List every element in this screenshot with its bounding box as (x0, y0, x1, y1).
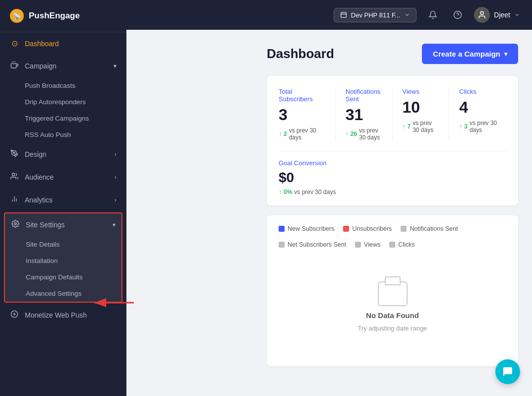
chart-area: No Data Found Try adjusting date range (279, 257, 506, 356)
sidebar-item-triggered-campaigns[interactable]: Triggered Campaigns (0, 110, 126, 127)
site-selector-chevron (404, 12, 410, 18)
views-label: Views (403, 88, 439, 95)
site-selector[interactable]: Dev PHP 811 F... (334, 8, 416, 22)
goal-conversion-change: ↑ 0% vs prev 30 days (279, 189, 336, 196)
stat-clicks: Clicks 4 ↑ 3 vs prev 30 days (449, 88, 506, 141)
sidebar-item-push-broadcasts[interactable]: Push Broadcasts (0, 77, 126, 94)
legend-label-notifications-sent: Notifications Sent (410, 225, 458, 232)
create-btn-chevron: ▾ (504, 51, 507, 58)
goal-row: Goal Conversion $0 ↑ 0% vs prev 30 days (279, 159, 506, 196)
legend-dot-net-subscribers-sent (279, 242, 285, 248)
user-chevron-icon (514, 12, 520, 18)
views-value: 10 (403, 98, 439, 117)
legend-label-new-subscribers: New Subscribers (288, 225, 334, 232)
sidebar-item-dashboard-label: Dashboard (25, 40, 59, 48)
legend-net-subscribers-sent: Net Subscribers Sent (279, 241, 346, 248)
notifications-sent-change-label: vs prev 30 days (359, 127, 382, 141)
goal-change-val: 0% (284, 189, 292, 196)
legend-label-views: Views (364, 241, 380, 248)
sidebar-item-analytics[interactable]: Analytics › (0, 189, 126, 211)
notifications-sent-value: 31 (346, 106, 382, 124)
legend-dot-new-subscribers (279, 226, 285, 232)
legend-dot-views (355, 242, 361, 248)
chat-bubble-icon (502, 366, 514, 378)
audience-chevron: › (115, 174, 117, 181)
views-change-label: vs prev 30 days (413, 120, 439, 133)
stats-grid: Total Subscribers 3 ↑ 2 vs prev 30 days … (279, 88, 506, 151)
sidebar: 📡 PushEngage ⊙ Dashboard Campaign ▾ Push… (0, 0, 126, 396)
sidebar-item-site-settings[interactable]: Site Settings ▾ (5, 213, 121, 236)
analytics-chevron: › (115, 197, 117, 203)
campaign-icon (10, 61, 19, 71)
monetize-icon (10, 310, 19, 320)
site-selector-label: Dev PHP 811 F... (351, 11, 400, 19)
stat-views: Views 10 ↑ 7 vs prev 30 days (393, 88, 450, 141)
clicks-change: ↑ 3 vs prev 30 days (459, 120, 506, 133)
chart-legend: New Subscribers Unsubscribers Notificati… (279, 225, 506, 248)
stat-total-subscribers: Total Subscribers 3 ↑ 2 vs prev 30 days (279, 88, 336, 141)
total-subscribers-change-val: 2 (284, 131, 287, 137)
no-data-text: No Data Found (366, 311, 419, 320)
legend-label-clicks: Clicks (398, 241, 414, 248)
legend-dot-notifications-sent (401, 226, 407, 232)
goal-change-label: vs prev 30 days (294, 189, 336, 196)
user-menu[interactable]: Djeet (474, 7, 520, 23)
sidebar-item-campaign-defaults[interactable]: Campaign Defaults (5, 269, 121, 285)
app-logo[interactable]: 📡 PushEngage (0, 0, 126, 32)
sidebar-item-drip-autoresponders[interactable]: Drip Autoresponders (0, 94, 126, 110)
help-btn[interactable] (449, 6, 466, 23)
total-subscribers-label: Total Subscribers (279, 88, 325, 103)
clicks-value: 4 (459, 98, 506, 117)
sidebar-item-audience[interactable]: Audience › (0, 166, 126, 189)
clicks-change-label: vs prev 30 days (470, 120, 506, 133)
chat-bubble-button[interactable] (495, 359, 520, 384)
notifications-sent-change: ↑ 26 vs prev 30 days (346, 127, 382, 141)
sidebar-item-rss-auto-push[interactable]: RSS Auto Push (0, 127, 126, 143)
legend-views: Views (355, 241, 380, 248)
views-arrow: ↑ (403, 123, 406, 130)
legend-new-subscribers: New Subscribers (279, 225, 334, 232)
sidebar-item-dashboard[interactable]: ⊙ Dashboard (0, 32, 126, 55)
goal-conversion-label: Goal Conversion (279, 159, 336, 167)
create-campaign-button[interactable]: Create a Campaign ▾ (422, 44, 518, 64)
notifications-btn[interactable] (424, 6, 441, 23)
sidebar-item-site-settings-label: Site Settings (26, 221, 65, 229)
sidebar-item-audience-label: Audience (25, 173, 54, 181)
chart-card: New Subscribers Unsubscribers Notificati… (267, 215, 518, 366)
user-avatar (474, 7, 490, 23)
svg-point-4 (12, 173, 14, 176)
stat-goal-conversion: Goal Conversion $0 ↑ 0% vs prev 30 days (279, 159, 336, 196)
sidebar-item-site-details[interactable]: Site Details (5, 236, 121, 253)
clicks-change-val: 3 (464, 123, 468, 130)
site-settings-section: Site Settings ▾ Site Details Installatio… (4, 212, 122, 303)
sidebar-item-design[interactable]: Design › (0, 143, 126, 166)
svg-point-3 (13, 152, 15, 154)
total-subscribers-change: ↑ 2 vs prev 30 days (279, 127, 325, 141)
total-subscribers-arrow: ↑ (279, 131, 282, 137)
svg-point-16 (480, 11, 483, 14)
goal-change-arrow: ↑ (279, 189, 282, 196)
svg-point-8 (14, 223, 16, 225)
audience-icon (10, 172, 19, 182)
sidebar-item-monetize[interactable]: Monetize Web Push (0, 304, 126, 327)
goal-conversion-value: $0 (279, 170, 336, 186)
logo-icon: 📡 (10, 9, 24, 23)
campaign-chevron: ▾ (114, 63, 117, 69)
legend-clicks: Clicks (389, 241, 414, 248)
sidebar-item-installation[interactable]: Installation (5, 253, 121, 269)
stats-card: Total Subscribers 3 ↑ 2 vs prev 30 days … (267, 76, 518, 205)
notifications-sent-arrow: ↑ (346, 131, 349, 137)
user-name: Djeet (494, 11, 510, 19)
analytics-icon (10, 195, 19, 205)
sidebar-item-monetize-label: Monetize Web Push (25, 311, 87, 319)
main-content: Dashboard Create a Campaign ▾ Total Subs… (253, 30, 532, 396)
total-subscribers-value: 3 (279, 106, 325, 124)
design-icon (10, 149, 19, 159)
sidebar-item-campaign[interactable]: Campaign ▾ (0, 55, 126, 77)
clicks-label: Clicks (459, 88, 506, 95)
total-subscribers-change-label: vs prev 30 days (289, 127, 325, 141)
legend-unsubscribers: Unsubscribers (343, 225, 392, 232)
sidebar-item-campaign-label: Campaign (25, 62, 57, 70)
sidebar-item-advanced-settings[interactable]: Advanced Settings (5, 285, 121, 302)
create-campaign-label: Create a Campaign (433, 50, 500, 58)
